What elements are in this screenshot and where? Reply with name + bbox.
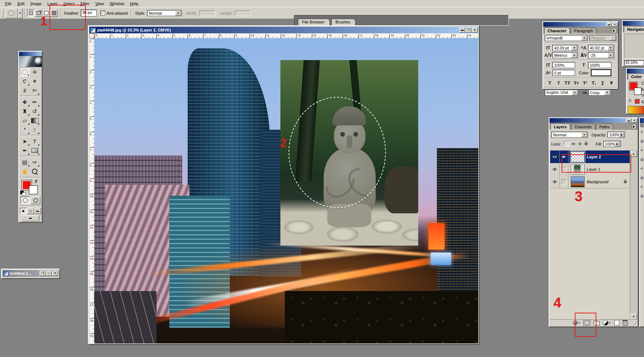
new-layer-button[interactable] (614, 320, 619, 325)
document-canvas[interactable] (94, 38, 478, 343)
quick-mask-button[interactable] (31, 196, 40, 204)
tool-clone-stamp[interactable]: ♜ (20, 107, 30, 116)
character-flyout-menu[interactable]: ▶ (611, 28, 617, 33)
style-dropdown[interactable]: Normal ▼ (147, 10, 182, 16)
history-row-fragment[interactable]: ▤ (640, 136, 644, 146)
tab-character[interactable]: Character (544, 27, 570, 34)
tab-paths[interactable]: Paths (596, 124, 613, 130)
baseline-shift-field[interactable]: 0 pt (552, 70, 575, 76)
layers-close-button[interactable]: ✕ (632, 118, 637, 123)
min-restore-button[interactable]: ❐ (40, 271, 45, 276)
layers-palette-titlebar[interactable]: ▬ ✕ (549, 118, 638, 123)
tool-elliptical-marquee[interactable] (20, 67, 30, 77)
gamut-warning-icon[interactable]: ⚠ (628, 98, 632, 103)
kerning-field[interactable]: Metrics▼ (552, 52, 578, 58)
tab-layers[interactable]: Layers (551, 124, 570, 130)
min-maximize-button[interactable]: □ (46, 271, 52, 276)
minimized-document-window[interactable]: Untitled-1... ❐ □ ✕ (1, 269, 60, 279)
tool-brush[interactable]: ✏ (30, 97, 40, 107)
tool-pen[interactable]: ✒ (20, 146, 30, 155)
link-cell-empty[interactable] (560, 176, 568, 188)
history-row-fragment[interactable]: ✛ (640, 164, 644, 173)
tool-hand[interactable]: ✌ (20, 167, 30, 176)
history-row-fragment[interactable]: ✛ (640, 146, 644, 155)
menu-view[interactable]: View (92, 1, 107, 7)
menu-file[interactable]: File (2, 1, 15, 7)
background-name[interactable]: Background (587, 180, 624, 184)
delete-layer-button[interactable] (623, 320, 628, 326)
tool-shape[interactable] (30, 146, 40, 155)
doc-close-button[interactable]: ✕ (472, 27, 478, 33)
tool-eraser[interactable]: ▱ (20, 116, 30, 125)
lock-transparency-icon[interactable] (564, 141, 569, 147)
type-style-button-1[interactable]: T (555, 80, 562, 86)
type-style-button-6[interactable]: T (599, 80, 606, 86)
blend-mode-dropdown[interactable]: Normal▼ (551, 132, 588, 138)
fullscreen-button[interactable]: ▬ (34, 208, 41, 214)
vertical-scale-field[interactable]: 100% (552, 62, 575, 68)
font-size-field[interactable]: 43.09 pt▼ (552, 45, 578, 51)
tool-preset-arrow[interactable]: ▼ (18, 8, 23, 18)
selection-mode-new[interactable] (27, 10, 34, 17)
history-row-fragment[interactable]: ▤ (640, 173, 644, 182)
tool-type[interactable]: T (30, 137, 40, 146)
palette-resize-grip[interactable] (633, 321, 638, 327)
tab-channels[interactable]: Channels (571, 124, 595, 130)
tab-navigator[interactable]: Navigator (624, 26, 644, 32)
history-row-fragment[interactable]: ✛ (640, 127, 644, 136)
current-tool-button[interactable] (5, 8, 18, 18)
color-ramp[interactable] (628, 106, 644, 114)
visibility-eye-icon[interactable] (550, 163, 560, 176)
options-grip[interactable] (1, 9, 3, 18)
new-adjustment-layer-button[interactable]: ▼ (603, 320, 611, 325)
menu-help[interactable]: Help (127, 1, 141, 7)
style-dropdown-arrow[interactable]: ▼ (175, 11, 181, 15)
type-style-button-0[interactable]: T (546, 80, 553, 86)
character-palette-titlebar[interactable]: ▬ ✕ (543, 22, 618, 27)
default-colors-icon[interactable] (20, 191, 25, 196)
tool-blur[interactable]: ❛ (20, 125, 30, 134)
layers-flyout-menu[interactable]: ▶ (631, 124, 637, 129)
doc-minimize-button[interactable]: ▬ (459, 27, 465, 33)
background-color-swatch[interactable] (29, 185, 38, 194)
navigator-preview[interactable] (624, 34, 644, 59)
tab-brushes[interactable]: Brushes (331, 19, 356, 25)
history-row-fragment[interactable]: ▤ (640, 191, 644, 200)
tracking-field[interactable]: -25▼ (588, 52, 614, 58)
gamut-color-chip[interactable] (635, 99, 640, 104)
visibility-eye-icon[interactable] (550, 151, 560, 163)
menu-window[interactable]: Window (107, 1, 127, 7)
menu-image[interactable]: Image (27, 1, 45, 7)
type-style-button-3[interactable]: Tᴛ (573, 80, 580, 86)
language-dropdown[interactable]: English: USA▼ (545, 89, 578, 96)
tool-zoom[interactable] (30, 167, 40, 176)
history-tab-fragment[interactable]: ry (640, 123, 644, 127)
tool-eyedropper[interactable]: ✑ (30, 158, 40, 167)
document-titlebar[interactable]: pla04048.jpg @ 33.3% (Layer 2, CMYK) ▬ ❐… (89, 27, 478, 33)
navigator-zoom-field[interactable]: 33.33% (624, 60, 644, 66)
tool-path-selection[interactable]: ➤ (20, 137, 30, 146)
font-family-dropdown[interactable]: HYnamB▼ (545, 35, 588, 41)
tool-crop[interactable]: ♯ (20, 86, 30, 95)
adobe-logo[interactable] (19, 56, 42, 67)
lock-all-icon[interactable] (585, 143, 588, 145)
menu-edit[interactable]: Edit (15, 1, 27, 7)
anti-aliased-checkbox[interactable]: ✓ (100, 11, 105, 15)
opacity-field[interactable]: 100%▶ (607, 132, 625, 138)
type-style-button-7[interactable]: Ŧ (608, 80, 615, 86)
toolbox-titlebar[interactable] (19, 52, 42, 56)
swap-colors-icon[interactable]: ⇄ (33, 178, 39, 184)
min-close-button[interactable]: ✕ (52, 271, 58, 276)
tool-lasso[interactable]: Ϛ (20, 77, 30, 86)
fullscreen-menubar-button[interactable]: ▢ (27, 208, 34, 214)
tab-file-browser[interactable]: File Browser (298, 19, 330, 25)
type-color-swatch[interactable] (591, 69, 611, 76)
minimized-titlebar[interactable]: Untitled-1... ❐ □ ✕ (3, 270, 59, 277)
history-row-fragment[interactable]: ✛ (640, 182, 644, 191)
horizontal-scale-field[interactable]: 100% (588, 62, 611, 68)
tool-magic-wand[interactable]: ✶ (30, 77, 40, 86)
standard-mode-button[interactable] (21, 196, 30, 204)
tool-slice[interactable]: ✄ (30, 86, 40, 95)
lock-pixels-icon[interactable]: ✏ (572, 141, 575, 147)
standard-screen-button[interactable]: ▣ (20, 208, 27, 214)
